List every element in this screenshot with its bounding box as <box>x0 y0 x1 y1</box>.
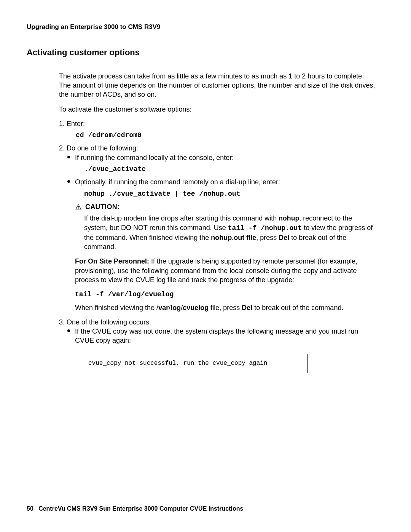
onsite-label: For On Site Personnel: <box>75 257 149 265</box>
caution-body: If the dial-up modem line drops after st… <box>84 214 377 251</box>
step-2-bullet-a: If running the command locally at the co… <box>67 153 377 174</box>
svg-rect-3 <box>78 208 79 209</box>
section-heading: Activating customer options <box>27 47 179 60</box>
onsite-after-mid: file, press <box>209 304 242 312</box>
steps-list: Enter: cd /cdrom/cdrom0 Do one of the fo… <box>67 119 377 374</box>
caution-body-file: nohup.out file <box>211 234 256 241</box>
onsite-code: tail -f /var/log/cvuelog <box>75 290 377 299</box>
step-3: One of the following occurs: If the CVUE… <box>67 318 377 373</box>
step-3-bullet-a: If the CVUE copy was not done, the syste… <box>67 327 377 345</box>
onsite-after-del: Del <box>242 304 252 312</box>
step-3-text: One of the following occurs: <box>67 318 151 326</box>
onsite-after-cvuelog: cvuelog <box>183 304 209 312</box>
page-footer: 50 CentreVu CMS R3V9 Sun Enterprise 3000… <box>27 505 243 513</box>
step-1-code: cd /cdrom/cdrom0 <box>76 131 377 140</box>
caution-body-press: , press <box>256 234 279 241</box>
page-number: 50 <box>27 505 33 512</box>
svg-rect-2 <box>78 206 79 207</box>
step-2-bullet-b-text: Optionally, if running the command remot… <box>75 178 280 186</box>
onsite-after-log: log <box>170 304 181 312</box>
step-2-bullets: If running the command locally at the co… <box>67 153 377 312</box>
onsite-after: When finished viewing the /var/log/cvuel… <box>75 303 377 312</box>
step-3-bullets: If the CVUE copy was not done, the syste… <box>67 327 377 345</box>
lead-in-paragraph: To activate the customer's software opti… <box>59 105 377 114</box>
caution-row: CAUTION: <box>75 202 377 211</box>
body-block: The activate process can take from as li… <box>59 72 377 374</box>
caution-body-nohup: nohup <box>279 215 299 222</box>
caution-label: CAUTION: <box>85 203 119 211</box>
onsite-paragraph: For On Site Personnel: If the upgrade is… <box>75 257 377 284</box>
footer-doc-title: CentreVu CMS R3V9 Sun Enterprise 3000 Co… <box>38 505 243 512</box>
onsite-after-pre: When finished viewing the / <box>75 304 158 312</box>
intro-paragraph: The activate process can take from as li… <box>59 72 377 99</box>
onsite-after-var: var <box>158 304 169 312</box>
step-1: Enter: cd /cdrom/cdrom0 <box>67 119 377 140</box>
caution-body-tail-cmd: tail -f /nohup.out <box>228 224 302 232</box>
step-3-bullet-a-text: If the CVUE copy was not done, the syste… <box>75 328 358 344</box>
step-2-bullet-b: Optionally, if running the command remot… <box>67 177 377 312</box>
step-2-text: Do one of the following: <box>67 144 138 152</box>
page: Upgrading an Enterprise 3000 to CMS R3V9… <box>0 0 411 532</box>
step-2-code-a: ./cvue_activate <box>84 165 377 174</box>
caution-body-pre: If the dial-up modem line drops after st… <box>84 214 279 222</box>
warning-icon <box>75 203 85 211</box>
step-1-text: Enter: <box>67 120 85 128</box>
step-2: Do one of the following: If running the … <box>67 144 377 312</box>
step-2-bullet-a-text: If running the command locally at the co… <box>75 154 234 161</box>
output-box: cvue_copy not successful, run the cvue_c… <box>82 354 308 374</box>
caution-body-del: Del <box>279 234 289 241</box>
running-header: Upgrading an Enterprise 3000 to CMS R3V9 <box>27 23 384 32</box>
onsite-after-end: to break out of the command. <box>252 304 343 312</box>
step-2-code-b: nohup ./cvue_activate | tee /nohup.out <box>84 189 377 198</box>
